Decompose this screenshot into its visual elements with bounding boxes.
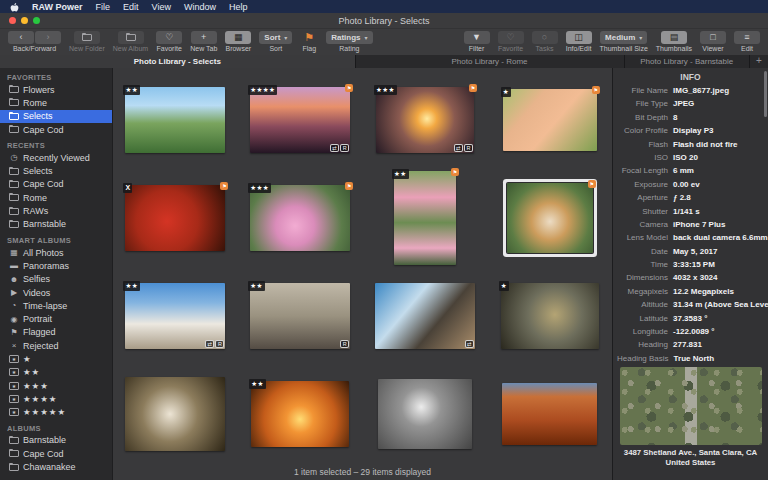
raw-badge: R (340, 144, 349, 152)
window-title: Photo Library - Selects (0, 16, 768, 26)
circle-icon: ○ (542, 33, 547, 42)
rating-stars: ★★★ (248, 183, 271, 193)
sort-dropdown[interactable]: Sort▾ (259, 31, 292, 44)
adjusted-badge: ⇄ (454, 144, 463, 152)
sidebar-item-★★[interactable]: ★★★ (0, 366, 112, 379)
photo-peach-roses[interactable]: ★⚑ (503, 89, 597, 151)
photo-trevi-fountain[interactable]: ★★R (250, 283, 350, 349)
adjusted-badge: ⇄ (205, 340, 214, 348)
menu-raw-power[interactable]: RAW Power (32, 2, 83, 12)
back-button[interactable]: ‹ (8, 31, 34, 44)
photo-rabbits[interactable] (125, 377, 225, 451)
sidebar-item-recently-viewed[interactable]: ◷Recently Viewed (0, 151, 112, 164)
edit-button[interactable]: ≡ (734, 31, 760, 44)
sidebar-item-rome[interactable]: Rome (0, 191, 112, 204)
flag-badge: ⚑ (592, 86, 600, 94)
sidebar-item-label: Portrait (23, 314, 52, 324)
sidebar-item-★★★★[interactable]: ★★★★★ (0, 392, 112, 405)
menu-file[interactable]: File (96, 2, 111, 12)
new-tab-button[interactable]: + (191, 31, 217, 44)
sidebar-item-raws[interactable]: RAWs (0, 204, 112, 217)
sidebar-item-portrait[interactable]: ◉Portrait (0, 312, 112, 325)
thumbnail-size-dropdown[interactable]: Medium▾ (600, 31, 647, 44)
sidebar-item-selfies[interactable]: ☻Selfies (0, 273, 112, 286)
photo-bw-flower[interactable] (378, 379, 472, 449)
new-folder-button[interactable] (74, 31, 100, 44)
sidebar-item-★[interactable]: ★★ (0, 352, 112, 365)
info-edit-button[interactable]: ◫ (566, 31, 592, 44)
menu-help[interactable]: Help (229, 2, 248, 12)
rating-stars: ★ (501, 87, 511, 97)
sidebar-item-all-photos[interactable]: ▦All Photos (0, 246, 112, 259)
sidebar-item-flagged[interactable]: ⚑Flagged (0, 326, 112, 339)
sidebar-item-barnstable[interactable]: Barnstable (0, 218, 112, 231)
location-map[interactable] (620, 367, 762, 445)
sidebar-item-selects[interactable]: Selects (0, 164, 112, 177)
photo-collie-dog[interactable]: ⚑ (507, 183, 593, 253)
new-folder-label: New Folder (69, 45, 105, 52)
viewer-label: Viewer (702, 45, 723, 52)
ratings-dropdown[interactable]: Ratings▾ (326, 31, 372, 44)
grid-cell: ★★ (251, 381, 349, 447)
sidebar-item-cape-cod[interactable]: Cape Cod (0, 178, 112, 191)
forward-button[interactable]: › (35, 31, 61, 44)
toolbar-item-new-album: New Album (113, 31, 148, 52)
sidebar-item-flowers[interactable]: Flowers (0, 83, 112, 96)
info-value: 1/141 s (673, 207, 700, 216)
ratings-label: Rating (339, 45, 359, 52)
favorite-folder-button[interactable]: ♡ (156, 31, 182, 44)
grid-cell (125, 377, 225, 451)
grid-cell: ★★★⚑⇄R (376, 87, 474, 153)
tab-photo-library-rome[interactable]: Photo Library - Rome (356, 55, 625, 68)
photo-pink-flowers[interactable]: ★★★⚑ (250, 185, 350, 251)
thumbnails-button[interactable]: ▤ (661, 31, 687, 44)
sidebar-item-cape-cod[interactable]: Cape Cod (0, 123, 112, 136)
sidebar-item-videos[interactable]: ▶Videos (0, 286, 112, 299)
photo-jet-hangar[interactable]: ★ (501, 283, 599, 349)
photo-santorini[interactable]: ★★⇄R (125, 283, 225, 349)
sidebar-item-selects[interactable]: Selects (0, 110, 112, 123)
tab-photo-library-barnstable[interactable]: Photo Library - Barnstable (625, 55, 751, 68)
info-scrollbar[interactable] (764, 71, 767, 117)
tabs: Photo Library - SelectsPhoto Library - R… (0, 55, 750, 68)
sidebar-item-barnstable[interactable]: Barnstable (0, 434, 112, 447)
heart-icon: ♡ (507, 33, 515, 42)
sidebar-item-time-lapse[interactable]: ◔Time-lapse (0, 299, 112, 312)
sidebar-item-label: ★★★★ (23, 394, 57, 404)
sidebar-item-★★★★★[interactable]: ★★★★★★ (0, 406, 112, 419)
grid-cell: ⚑ (507, 183, 593, 253)
filter-button[interactable]: ▼ (464, 31, 490, 44)
info-row-focal-length: Focal Length6 mm (617, 166, 764, 175)
sidebar-item-rome[interactable]: Rome (0, 96, 112, 109)
sidebar-item-panoramas[interactable]: ▬Panoramas (0, 259, 112, 272)
photo-bryce-canyon[interactable] (502, 383, 597, 445)
grid-cell (378, 379, 472, 449)
info-value: ƒ 2.8 (673, 193, 691, 202)
tasks-button[interactable]: ○ (532, 31, 558, 44)
sidebar-item-★★★[interactable]: ★★★★ (0, 379, 112, 392)
sidebar-item-chawanakee[interactable]: Chawanakee (0, 460, 112, 473)
photo-red-roses[interactable]: X⚑ (125, 185, 225, 251)
add-tab-button[interactable]: + (750, 55, 768, 68)
sidebar-item-cape-cod[interactable]: Cape Cod (0, 447, 112, 460)
tab-photo-library-selects[interactable]: Photo Library - Selects (0, 55, 356, 68)
apple-icon[interactable] (10, 2, 19, 12)
photo-maui-green-landscape[interactable]: ★★ (125, 87, 225, 153)
photo-ocean-sunset[interactable]: ★★★⚑⇄R (376, 87, 474, 153)
photo-wave-cliff[interactable]: ⇄ (375, 283, 475, 349)
menu-edit[interactable]: Edit (123, 2, 139, 12)
menu-view[interactable]: View (152, 2, 171, 12)
reject-icon: × (9, 341, 19, 350)
new-album-button[interactable] (118, 31, 144, 44)
photo-sunset-palms[interactable]: ★★★★⚑⇄R (250, 87, 350, 153)
sidebar-item-rejected[interactable]: ×Rejected (0, 339, 112, 352)
browser-button[interactable]: ▦ (225, 31, 251, 44)
flag-button[interactable]: ⚑ (300, 31, 318, 44)
favorite-button[interactable]: ♡ (498, 31, 524, 44)
menu-window[interactable]: Window (184, 2, 216, 12)
viewer-button[interactable]: □ (700, 31, 726, 44)
photo-orange-sunset[interactable]: ★★ (251, 381, 349, 447)
sidebar-item-label: Selects (23, 166, 53, 176)
flag-badge: ⚑ (345, 182, 353, 190)
photo-rose-bush[interactable]: ★★⚑ (394, 171, 456, 265)
